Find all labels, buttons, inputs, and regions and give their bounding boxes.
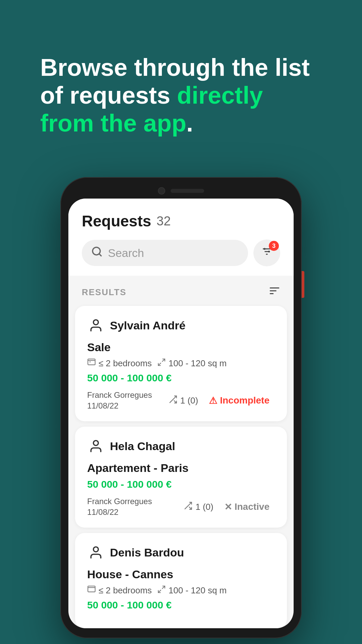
filter-button[interactable]: 3 [253, 239, 280, 266]
search-input-label[interactable]: Search [108, 247, 239, 260]
hero-line1: Browse through the list [40, 54, 310, 81]
result-card[interactable]: Hela Chagal Apartement - Paris 50 000 - … [75, 427, 287, 528]
bedrooms-detail: ≤ 2 bedrooms [87, 358, 152, 369]
card-date: 11/08/22 [87, 507, 152, 517]
hero-line2-highlight: directly [177, 82, 263, 109]
side-button [302, 271, 304, 298]
hero-line3-highlight: from the app [40, 110, 186, 137]
card-footer: Franck Gorregues 11/08/22 [87, 497, 275, 517]
property-type: House - Cannes [87, 568, 275, 581]
user-icon [87, 437, 105, 455]
status-badge: ⚠ Incomplete [203, 393, 275, 408]
bed-icon [87, 358, 96, 369]
filter-badge: 3 [269, 241, 279, 251]
phone-screen: Requests 32 Search [68, 199, 294, 628]
result-card[interactable]: Denis Bardou House - Cannes [75, 533, 287, 628]
warning-icon: ⚠ [209, 395, 217, 406]
match-icon [183, 501, 193, 513]
phone-frame: Requests 32 Search [60, 177, 302, 638]
match-info: 1 (0) [183, 501, 213, 513]
hero-line3-period: . [186, 110, 193, 137]
svg-line-23 [158, 590, 161, 593]
footer-right: 1 (0) ⚠ Incomplete [168, 393, 275, 408]
svg-line-22 [162, 586, 165, 589]
inactive-icon: ✕ [224, 501, 232, 513]
sort-icon[interactable] [269, 285, 280, 299]
svg-point-17 [94, 441, 99, 446]
phone-speaker [171, 189, 204, 193]
price-range: 50 000 - 100 000 € [87, 479, 275, 490]
svg-point-6 [268, 251, 270, 253]
phone-notch [68, 187, 294, 195]
bed-icon [87, 585, 96, 596]
surface-icon [157, 358, 166, 369]
card-user-row: Sylvain André [87, 317, 275, 334]
app-header: Requests 32 Search [68, 199, 294, 276]
match-icon [168, 395, 178, 407]
result-card[interactable]: Sylvain André Sale [75, 306, 287, 421]
search-icon [91, 246, 103, 260]
search-row: Search [82, 239, 280, 276]
hero-heading: Browse through the list of requests dire… [40, 54, 322, 137]
surface-detail: 100 - 120 sq m [157, 358, 227, 369]
hero-line2-normal: of requests [40, 82, 177, 109]
user-icon [87, 317, 105, 334]
card-date: 11/08/22 [87, 401, 152, 411]
property-details: ≤ 2 bedrooms [87, 358, 275, 369]
price-range: 50 000 - 100 000 € [87, 599, 275, 611]
search-bar[interactable]: Search [82, 240, 248, 266]
footer-right: 1 (0) ✕ Inactive [183, 499, 275, 515]
svg-point-5 [264, 248, 265, 250]
agent-date: Franck Gorregues 11/08/22 [87, 390, 152, 411]
results-label: RESULTS [82, 287, 126, 298]
svg-rect-21 [88, 588, 95, 592]
phone-camera [158, 187, 165, 195]
property-type: Apartement - Paris [87, 462, 275, 475]
agent-name: Franck Gorregues [87, 497, 152, 506]
surface-detail: 100 - 120 sq m [157, 585, 227, 596]
user-name: Denis Bardou [110, 546, 184, 559]
user-name: Hela Chagal [110, 440, 175, 453]
results-header: RESULTS [68, 276, 294, 306]
match-info: 1 (0) [168, 395, 198, 407]
hero-section: Browse through the list of requests dire… [0, 0, 362, 164]
card-footer: Franck Gorregues 11/08/22 [87, 390, 275, 411]
user-name: Sylvain André [110, 319, 185, 332]
svg-point-10 [94, 320, 99, 325]
user-icon [87, 544, 105, 561]
request-count: 32 [157, 214, 171, 228]
app-content: Requests 32 Search [68, 199, 294, 628]
property-details: ≤ 2 bedrooms [87, 585, 275, 596]
svg-rect-11 [88, 361, 95, 365]
price-range: 50 000 - 100 000 € [87, 372, 275, 384]
svg-line-13 [162, 359, 165, 362]
title-row: Requests 32 [82, 212, 280, 230]
card-user-row: Denis Bardou [87, 544, 275, 561]
results-list: Sylvain André Sale [68, 306, 294, 628]
agent-name: Franck Gorregues [87, 390, 152, 400]
app-title: Requests [82, 212, 151, 230]
svg-point-20 [94, 547, 99, 552]
agent-date: Franck Gorregues 11/08/22 [87, 497, 152, 517]
card-user-row: Hela Chagal [87, 437, 275, 455]
svg-line-1 [99, 254, 101, 256]
bedrooms-detail: ≤ 2 bedrooms [87, 585, 152, 596]
phone-mockup: Requests 32 Search [60, 177, 302, 638]
svg-line-14 [158, 363, 161, 366]
property-type: Sale [87, 341, 275, 354]
status-badge: ✕ Inactive [219, 499, 275, 515]
surface-icon [157, 585, 166, 596]
